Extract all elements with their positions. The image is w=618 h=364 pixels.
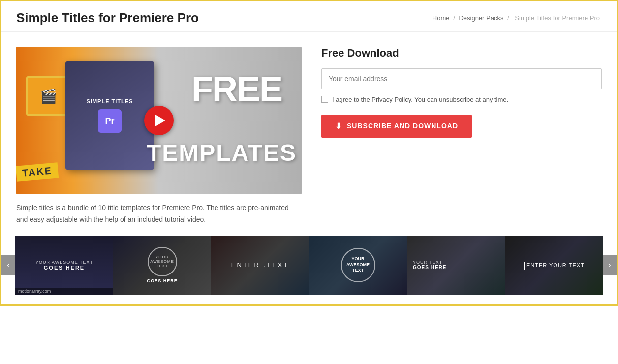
carousel-section: ‹ YOUR AWESOME TEXT GOES HERE motionarra… bbox=[1, 236, 617, 304]
play-button[interactable] bbox=[144, 106, 174, 135]
carousel-next-button[interactable]: › bbox=[603, 255, 617, 275]
carousel-track: YOUR AWESOME TEXT GOES HERE motionarray.… bbox=[15, 236, 603, 295]
subscribe-label: SUBSCRIBE AND DOWNLOAD bbox=[347, 122, 458, 130]
right-column: Free Download I agree to the Privacy Pol… bbox=[321, 47, 602, 226]
breadcrumb-current: Simple Titles for Premiere Pro bbox=[515, 14, 600, 22]
privacy-checkbox[interactable] bbox=[321, 96, 328, 103]
list-item[interactable]: | ENTER YOUR TEXT bbox=[505, 236, 603, 295]
list-item[interactable]: ENTER .TEXT bbox=[211, 236, 309, 295]
slide-4-circle: YOURAWESOMETEXT bbox=[341, 248, 375, 282]
templates-text: TEMPLATES bbox=[147, 141, 297, 165]
breadcrumb-home[interactable]: Home bbox=[433, 14, 450, 22]
list-item[interactable]: YOURAWESOMETEXT bbox=[309, 236, 407, 295]
download-icon: ⬇ bbox=[335, 121, 342, 131]
slide-6-cursor: | bbox=[523, 261, 525, 270]
subscribe-button[interactable]: ⬇ SUBSCRIBE AND DOWNLOAD bbox=[321, 115, 472, 138]
breadcrumb: Home / Designer Packs / Simple Titles fo… bbox=[433, 14, 602, 22]
list-item[interactable]: YOUR AWESOME TEXT GOES HERE motionarray.… bbox=[15, 236, 113, 295]
page-header: Simple Titles for Premiere Pro Home / De… bbox=[1, 1, 617, 32]
box-label: SIMPLE TITLES bbox=[87, 98, 133, 104]
slide-5-line2 bbox=[413, 272, 433, 272]
description-text: Simple titles is a bundle of 10 title te… bbox=[16, 202, 302, 226]
carousel-container: ‹ YOUR AWESOME TEXT GOES HERE motionarra… bbox=[1, 236, 617, 295]
list-item[interactable]: YOUR AWESOME TEXT GOES HERE bbox=[113, 236, 211, 295]
carousel-prev-button[interactable]: ‹ bbox=[1, 255, 15, 275]
email-field[interactable] bbox=[321, 68, 602, 89]
breadcrumb-sep2: / bbox=[507, 14, 509, 22]
clapperboard-icon: 🎬 bbox=[26, 76, 70, 116]
left-column: 🎬 SIMPLE TITLES Pr FREE TEMPLATES TAKE S… bbox=[16, 47, 302, 226]
slide-1-top-text: YOUR AWESOME TEXT bbox=[35, 260, 93, 265]
slide-5-bottom: GOES HERE bbox=[413, 265, 446, 270]
video-thumbnail[interactable]: 🎬 SIMPLE TITLES Pr FREE TEMPLATES TAKE bbox=[16, 47, 302, 194]
list-item[interactable]: YOUR TEXT GOES HERE bbox=[407, 236, 505, 295]
play-icon bbox=[155, 115, 165, 126]
main-content: 🎬 SIMPLE TITLES Pr FREE TEMPLATES TAKE S… bbox=[1, 32, 617, 236]
slide-5-line1 bbox=[413, 258, 433, 258]
slide-4-text: YOURAWESOMETEXT bbox=[346, 256, 370, 273]
slide-6-text-container: | ENTER YOUR TEXT bbox=[523, 261, 585, 270]
slide-2-circle: YOUR AWESOME TEXT bbox=[148, 247, 177, 276]
slide-5-top: YOUR TEXT bbox=[413, 260, 442, 265]
slide-1-bottom-text: GOES HERE bbox=[44, 265, 85, 271]
slide-6-text: ENTER YOUR TEXT bbox=[526, 262, 585, 268]
slide-2-bottom: GOES HERE bbox=[147, 278, 178, 283]
page-title: Simple Titles for Premiere Pro bbox=[16, 10, 199, 26]
privacy-text: I agree to the Privacy Policy. You can u… bbox=[332, 95, 508, 105]
privacy-row: I agree to the Privacy Policy. You can u… bbox=[321, 95, 602, 105]
slide-2-top: YOUR AWESOME TEXT bbox=[149, 255, 176, 268]
free-text: FREE bbox=[191, 71, 282, 107]
premiere-badge: Pr bbox=[98, 109, 122, 133]
breadcrumb-sep1: / bbox=[453, 14, 455, 22]
box-graphic: SIMPLE TITLES Pr bbox=[65, 61, 154, 170]
free-download-title: Free Download bbox=[321, 47, 602, 60]
slide-3-text: ENTER .TEXT bbox=[231, 261, 289, 269]
breadcrumb-designer-packs[interactable]: Designer Packs bbox=[459, 14, 503, 22]
slide-1-watermark: motionarray.com bbox=[15, 288, 113, 295]
